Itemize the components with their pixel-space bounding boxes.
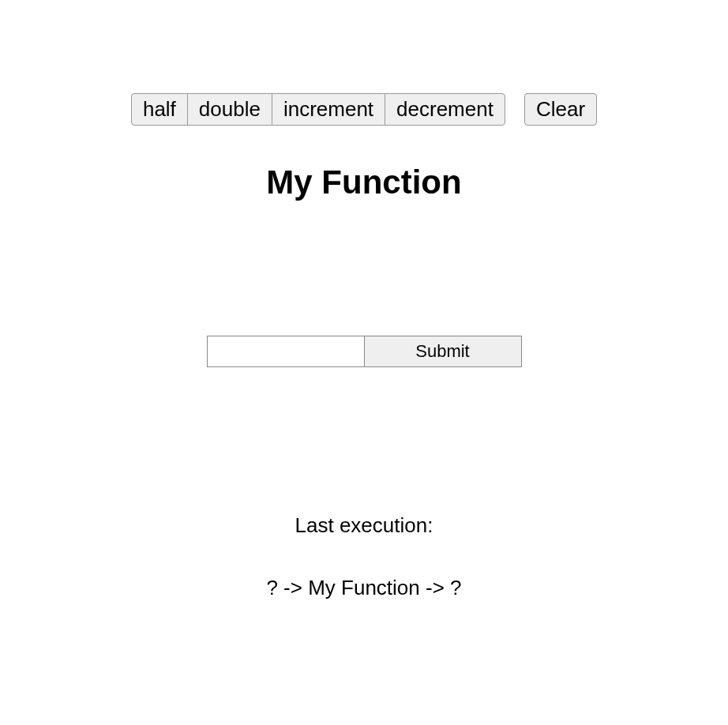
- toolbar: half double increment decrement Clear: [131, 93, 597, 126]
- submit-form: Submit: [207, 336, 522, 367]
- increment-button[interactable]: increment: [272, 93, 385, 126]
- op-button-group: half double increment decrement: [131, 93, 505, 126]
- clear-button[interactable]: Clear: [524, 93, 597, 126]
- double-button[interactable]: double: [187, 93, 272, 126]
- last-execution-value: ? -> My Function -> ?: [266, 576, 461, 600]
- decrement-button[interactable]: decrement: [385, 93, 505, 126]
- submit-button[interactable]: Submit: [364, 336, 522, 367]
- half-button[interactable]: half: [131, 93, 188, 126]
- page-title: My Function: [266, 163, 461, 201]
- value-input[interactable]: [207, 336, 365, 367]
- last-execution-label: Last execution:: [295, 513, 433, 538]
- app-container: half double increment decrement Clear My…: [0, 0, 728, 600]
